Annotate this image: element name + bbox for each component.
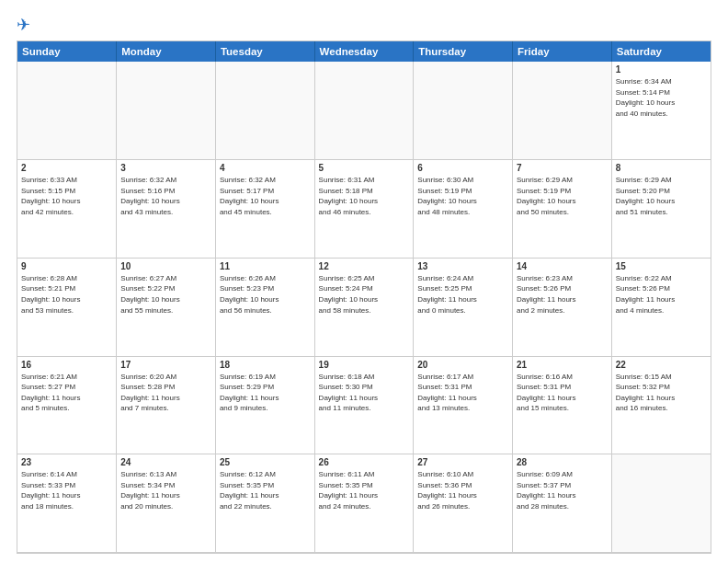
day-number: 23 xyxy=(21,457,112,467)
day-info: Sunrise: 6:29 AM Sunset: 5:20 PM Dayligh… xyxy=(616,175,707,217)
day-cell: 22Sunrise: 6:15 AM Sunset: 5:32 PM Dayli… xyxy=(611,356,711,454)
day-number: 26 xyxy=(319,457,410,467)
day-number: 28 xyxy=(517,457,608,467)
day-cell xyxy=(314,62,414,160)
week-row-0: 1Sunrise: 6:34 AM Sunset: 5:14 PM Daylig… xyxy=(17,62,711,160)
col-header-saturday: Saturday xyxy=(611,41,711,62)
day-info: Sunrise: 6:15 AM Sunset: 5:32 PM Dayligh… xyxy=(616,372,707,414)
day-info: Sunrise: 6:31 AM Sunset: 5:18 PM Dayligh… xyxy=(319,175,410,217)
day-number: 4 xyxy=(220,163,311,173)
day-info: Sunrise: 6:14 AM Sunset: 5:33 PM Dayligh… xyxy=(21,469,112,511)
day-number: 16 xyxy=(21,360,112,370)
day-cell: 21Sunrise: 6:16 AM Sunset: 5:31 PM Dayli… xyxy=(513,356,612,454)
week-row-3: 16Sunrise: 6:21 AM Sunset: 5:27 PM Dayli… xyxy=(17,356,711,454)
day-cell xyxy=(414,62,513,160)
week-row-2: 9Sunrise: 6:28 AM Sunset: 5:21 PM Daylig… xyxy=(17,258,711,356)
logo-icon: ✈ xyxy=(17,15,30,35)
day-cell: 6Sunrise: 6:30 AM Sunset: 5:19 PM Daylig… xyxy=(414,160,513,259)
day-cell: 2Sunrise: 6:33 AM Sunset: 5:15 PM Daylig… xyxy=(17,160,117,259)
day-cell: 18Sunrise: 6:19 AM Sunset: 5:29 PM Dayli… xyxy=(215,356,314,454)
col-header-thursday: Thursday xyxy=(414,41,513,62)
day-cell: 7Sunrise: 6:29 AM Sunset: 5:19 PM Daylig… xyxy=(513,160,612,259)
logo: ✈ xyxy=(17,15,34,35)
day-info: Sunrise: 6:33 AM Sunset: 5:15 PM Dayligh… xyxy=(21,175,112,217)
day-number: 24 xyxy=(120,457,211,467)
day-cell: 4Sunrise: 6:32 AM Sunset: 5:17 PM Daylig… xyxy=(215,160,314,259)
day-info: Sunrise: 6:25 AM Sunset: 5:24 PM Dayligh… xyxy=(319,273,410,316)
day-info: Sunrise: 6:17 AM Sunset: 5:31 PM Dayligh… xyxy=(417,372,508,414)
day-cell: 9Sunrise: 6:28 AM Sunset: 5:21 PM Daylig… xyxy=(17,258,117,356)
day-info: Sunrise: 6:19 AM Sunset: 5:29 PM Dayligh… xyxy=(220,372,311,414)
col-header-monday: Monday xyxy=(117,41,216,62)
day-number: 8 xyxy=(616,163,707,173)
day-cell: 25Sunrise: 6:12 AM Sunset: 5:35 PM Dayli… xyxy=(215,454,314,553)
day-cell xyxy=(17,62,117,160)
day-number: 17 xyxy=(120,360,211,370)
day-info: Sunrise: 6:32 AM Sunset: 5:17 PM Dayligh… xyxy=(220,175,311,217)
day-number: 21 xyxy=(517,360,608,370)
day-info: Sunrise: 6:24 AM Sunset: 5:25 PM Dayligh… xyxy=(417,273,508,316)
calendar-body: 1Sunrise: 6:34 AM Sunset: 5:14 PM Daylig… xyxy=(17,62,711,553)
day-cell: 17Sunrise: 6:20 AM Sunset: 5:28 PM Dayli… xyxy=(117,356,216,454)
calendar: SundayMondayTuesdayWednesdayThursdayFrid… xyxy=(17,40,711,554)
day-cell xyxy=(611,454,711,553)
day-number: 3 xyxy=(120,163,211,173)
day-cell: 15Sunrise: 6:22 AM Sunset: 5:26 PM Dayli… xyxy=(611,258,711,356)
day-number: 25 xyxy=(220,457,311,467)
day-number: 10 xyxy=(120,261,211,271)
day-info: Sunrise: 6:23 AM Sunset: 5:26 PM Dayligh… xyxy=(517,273,608,316)
day-cell xyxy=(117,62,216,160)
day-number: 5 xyxy=(319,163,410,173)
calendar-table: SundayMondayTuesdayWednesdayThursdayFrid… xyxy=(17,41,711,553)
day-number: 13 xyxy=(417,261,508,271)
week-row-4: 23Sunrise: 6:14 AM Sunset: 5:33 PM Dayli… xyxy=(17,454,711,553)
day-cell: 27Sunrise: 6:10 AM Sunset: 5:36 PM Dayli… xyxy=(414,454,513,553)
day-cell: 14Sunrise: 6:23 AM Sunset: 5:26 PM Dayli… xyxy=(513,258,612,356)
day-number: 12 xyxy=(319,261,410,271)
day-number: 11 xyxy=(220,261,311,271)
day-number: 9 xyxy=(21,261,112,271)
day-cell: 12Sunrise: 6:25 AM Sunset: 5:24 PM Dayli… xyxy=(314,258,414,356)
day-cell: 1Sunrise: 6:34 AM Sunset: 5:14 PM Daylig… xyxy=(611,62,711,160)
day-cell xyxy=(215,62,314,160)
col-header-wednesday: Wednesday xyxy=(314,41,414,62)
day-cell: 23Sunrise: 6:14 AM Sunset: 5:33 PM Dayli… xyxy=(17,454,117,553)
day-info: Sunrise: 6:28 AM Sunset: 5:21 PM Dayligh… xyxy=(21,273,112,316)
day-info: Sunrise: 6:16 AM Sunset: 5:31 PM Dayligh… xyxy=(517,372,608,414)
day-info: Sunrise: 6:22 AM Sunset: 5:26 PM Dayligh… xyxy=(616,273,707,316)
day-cell: 26Sunrise: 6:11 AM Sunset: 5:35 PM Dayli… xyxy=(314,454,414,553)
day-cell: 13Sunrise: 6:24 AM Sunset: 5:25 PM Dayli… xyxy=(414,258,513,356)
day-info: Sunrise: 6:26 AM Sunset: 5:23 PM Dayligh… xyxy=(220,273,311,316)
day-info: Sunrise: 6:09 AM Sunset: 5:37 PM Dayligh… xyxy=(517,469,608,511)
day-number: 15 xyxy=(616,261,707,271)
calendar-header-row: SundayMondayTuesdayWednesdayThursdayFrid… xyxy=(17,41,711,62)
day-info: Sunrise: 6:12 AM Sunset: 5:35 PM Dayligh… xyxy=(220,469,311,511)
day-number: 1 xyxy=(616,64,707,75)
day-info: Sunrise: 6:18 AM Sunset: 5:30 PM Dayligh… xyxy=(319,372,410,414)
day-number: 18 xyxy=(220,360,311,370)
col-header-friday: Friday xyxy=(513,41,612,62)
day-cell: 19Sunrise: 6:18 AM Sunset: 5:30 PM Dayli… xyxy=(314,356,414,454)
day-info: Sunrise: 6:27 AM Sunset: 5:22 PM Dayligh… xyxy=(120,273,211,316)
day-cell: 10Sunrise: 6:27 AM Sunset: 5:22 PM Dayli… xyxy=(117,258,216,356)
day-cell: 3Sunrise: 6:32 AM Sunset: 5:16 PM Daylig… xyxy=(117,160,216,259)
day-number: 20 xyxy=(417,360,508,370)
day-number: 27 xyxy=(417,457,508,467)
day-cell: 16Sunrise: 6:21 AM Sunset: 5:27 PM Dayli… xyxy=(17,356,117,454)
day-number: 14 xyxy=(517,261,608,271)
day-cell: 8Sunrise: 6:29 AM Sunset: 5:20 PM Daylig… xyxy=(611,160,711,259)
day-info: Sunrise: 6:13 AM Sunset: 5:34 PM Dayligh… xyxy=(120,469,211,511)
day-info: Sunrise: 6:20 AM Sunset: 5:28 PM Dayligh… xyxy=(120,372,211,414)
day-info: Sunrise: 6:29 AM Sunset: 5:19 PM Dayligh… xyxy=(517,175,608,217)
day-info: Sunrise: 6:30 AM Sunset: 5:19 PM Dayligh… xyxy=(417,175,508,217)
week-row-1: 2Sunrise: 6:33 AM Sunset: 5:15 PM Daylig… xyxy=(17,160,711,259)
day-number: 19 xyxy=(319,360,410,370)
day-cell: 24Sunrise: 6:13 AM Sunset: 5:34 PM Dayli… xyxy=(117,454,216,553)
day-cell: 5Sunrise: 6:31 AM Sunset: 5:18 PM Daylig… xyxy=(314,160,414,259)
day-info: Sunrise: 6:10 AM Sunset: 5:36 PM Dayligh… xyxy=(417,469,508,511)
day-number: 2 xyxy=(21,163,112,173)
day-number: 22 xyxy=(616,360,707,370)
day-number: 6 xyxy=(417,163,508,173)
page: ✈ SundayMondayTuesdayWednesdayThursdayFr… xyxy=(0,0,728,563)
day-info: Sunrise: 6:11 AM Sunset: 5:35 PM Dayligh… xyxy=(319,469,410,511)
